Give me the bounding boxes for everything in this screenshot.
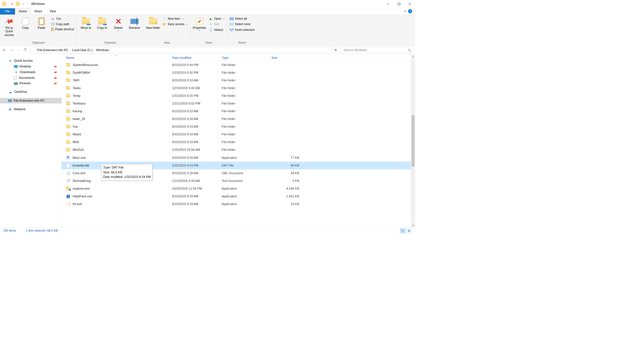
- new-folder-button[interactable]: ✶ New folder: [146, 17, 161, 30]
- tab-view[interactable]: View: [46, 8, 60, 15]
- refresh-button[interactable]: ↻: [333, 48, 339, 52]
- move-to-button[interactable]: Move to▾: [79, 17, 93, 31]
- delete-button[interactable]: ✕ Delete▾: [111, 17, 126, 31]
- pin-icon: 📌: [53, 81, 57, 85]
- copy-to-button[interactable]: Copy to▾: [95, 17, 110, 31]
- close-button[interactable]: [404, 0, 415, 8]
- recent-dropdown[interactable]: ⌄: [16, 47, 21, 53]
- properties-button[interactable]: ✔ Properties▾: [192, 17, 207, 31]
- file-row[interactable]: ?hh.exe9/15/2018 9:29 AMApplication18 KB: [62, 200, 415, 208]
- invert-icon: [230, 28, 234, 32]
- file-row[interactable]: SystemResources9/15/2018 6:44 PMFile fol…: [62, 61, 415, 69]
- scroll-up-button[interactable]: ▲: [411, 55, 415, 59]
- select-all-button[interactable]: Select all: [229, 17, 256, 21]
- file-row[interactable]: SysWOW641/23/2019 6:30 PMFile folder: [62, 69, 415, 77]
- file-row[interactable]: tracing9/15/2018 9:33 AMFile folder: [62, 107, 415, 115]
- nav-this-pc[interactable]: File-Extension.info PC: [0, 98, 61, 103]
- breadcrumb-drive[interactable]: Local Disk (C:): [71, 48, 93, 52]
- nav-documents[interactable]: Documents📌: [0, 75, 61, 81]
- file-name: Temp: [73, 94, 80, 98]
- nav-downloads[interactable]: ⬇Downloads📌: [0, 69, 61, 75]
- chevron-right-icon[interactable]: ›: [70, 49, 71, 51]
- file-size: 4,146 KB: [269, 187, 301, 190]
- file-row[interactable]: explorer.exe10/29/2018 11:59 PMApplicati…: [62, 185, 415, 192]
- file-row[interactable]: Tasks12/19/2018 3:42 AMFile folder: [62, 84, 415, 92]
- column-date[interactable]: Date modified: [170, 55, 220, 61]
- tab-home[interactable]: Home: [15, 8, 31, 15]
- breadcrumb-folder[interactable]: Windows: [95, 48, 110, 52]
- column-name[interactable]: Name▲: [62, 55, 170, 61]
- ribbon-group-organize: Move to▾ Copy to▾ ✕ Delete▾ Rename Organ…: [77, 15, 144, 46]
- file-row[interactable]: TextInput12/21/2018 6:02 PMFile folder: [62, 100, 415, 107]
- qat-customize-icon[interactable]: ▾: [21, 1, 27, 7]
- pin-to-quick-access-button[interactable]: 📌 Pin to Quick access: [2, 17, 17, 37]
- vertical-scrollbar[interactable]: ▲ ▼: [411, 55, 415, 227]
- file-type: Application: [220, 194, 269, 198]
- file-row[interactable]: WaaS9/15/2018 9:33 AMFile folder: [62, 131, 415, 139]
- file-type: File folder: [220, 71, 269, 75]
- details-view-button[interactable]: [400, 228, 405, 233]
- nav-quick-access[interactable]: ★Quick access: [0, 58, 61, 64]
- breadcrumb-root[interactable]: File-Extension.info PC: [37, 48, 69, 52]
- rename-button[interactable]: Rename: [127, 17, 142, 29]
- file-date: 9/15/2018 9:28 AM: [170, 156, 220, 160]
- column-type[interactable]: Type: [220, 55, 269, 61]
- tab-file[interactable]: File: [0, 8, 15, 15]
- file-row[interactable]: Web9/15/2018 9:33 AMFile folder: [62, 139, 415, 146]
- qat-properties-icon[interactable]: ☑: [9, 1, 15, 7]
- nav-network[interactable]: 🖧Network: [0, 107, 61, 113]
- ribbon-collapse-icon[interactable]: ᐱ: [404, 9, 406, 13]
- edit-icon: ✎: [209, 23, 213, 26]
- new-item-button[interactable]: 📄New item: [162, 17, 188, 21]
- search-input[interactable]: Search Windows 🔍: [341, 47, 413, 53]
- chevron-right-icon[interactable]: ›: [35, 49, 36, 51]
- back-button[interactable]: 🡠: [2, 47, 7, 53]
- up-button[interactable]: 🡡: [23, 47, 28, 53]
- nav-desktop[interactable]: Desktop📌: [0, 64, 61, 69]
- tab-share[interactable]: Share: [31, 8, 46, 15]
- address-dropdown[interactable]: ⌄: [328, 49, 332, 51]
- paste-button[interactable]: Paste: [34, 17, 49, 29]
- file-row[interactable]: ?HelpPane.exe9/15/2018 9:29 AMApplicatio…: [62, 192, 415, 200]
- ribbon-group-clipboard: 📌 Pin to Quick access Copy Paste ✂Cut Co…: [0, 15, 77, 46]
- nav-pictures[interactable]: Pictures📌: [0, 81, 61, 86]
- file-row[interactable]: TAPI9/15/2018 9:33 AMFile folder: [62, 77, 415, 84]
- easyaccess-icon: 📂: [163, 23, 166, 26]
- copy-button[interactable]: Copy: [18, 17, 33, 29]
- copypath-icon: [51, 23, 55, 25]
- file-row[interactable]: twain_329/15/2018 9:34 AMFile folder: [62, 115, 415, 123]
- thumbnails-view-button[interactable]: [406, 228, 412, 233]
- file-date: 9/15/2018 9:34 AM: [170, 117, 220, 121]
- history-button[interactable]: 🕑History: [208, 28, 225, 32]
- nav-onedrive[interactable]: ☁OneDrive: [0, 89, 61, 95]
- maximize-button[interactable]: [394, 0, 404, 8]
- file-date: 9/15/2018 9:29 AM: [170, 194, 220, 198]
- invert-selection-button[interactable]: Invert selection: [229, 28, 256, 32]
- file-row[interactable]: WinSxS1/25/2019 10:56 AMFile folder: [62, 146, 415, 154]
- qat-newfolder-icon[interactable]: [15, 1, 21, 7]
- scroll-down-button[interactable]: ▼: [411, 223, 415, 227]
- address-bar[interactable]: › File-Extension.info PC › Local Disk (C…: [30, 47, 340, 53]
- folder-icon: ✶: [149, 18, 157, 24]
- file-row[interactable]: Vss9/15/2018 9:33 AMFile folder: [62, 123, 415, 131]
- minimize-button[interactable]: [383, 0, 394, 8]
- chevron-right-icon[interactable]: ›: [110, 49, 111, 51]
- easy-access-button[interactable]: 📂Easy access: [162, 22, 188, 26]
- file-date: 9/15/2018 9:33 AM: [170, 125, 220, 129]
- copy-path-button[interactable]: Copy path: [51, 22, 75, 26]
- help-icon[interactable]: ?: [408, 9, 412, 13]
- scroll-thumb[interactable]: [412, 115, 415, 167]
- edit-button[interactable]: ✎Edit: [208, 22, 225, 26]
- file-date: 9/15/2018 9:33 AM: [170, 109, 220, 113]
- file-row[interactable]: bfsvc.exe9/15/2018 9:28 AMApplication77 …: [62, 154, 415, 162]
- column-size[interactable]: Size: [269, 55, 301, 61]
- file-row[interactable]: Temp1/31/2019 4:20 PMFile folder: [62, 92, 415, 100]
- chevron-right-icon[interactable]: ›: [94, 49, 95, 51]
- file-icon: [66, 163, 70, 168]
- open-icon: ▶: [209, 17, 213, 21]
- select-none-button[interactable]: Select none: [229, 22, 256, 26]
- open-button[interactable]: ▶Open: [208, 17, 225, 21]
- paste-shortcut-button[interactable]: Paste shortcut: [51, 27, 75, 31]
- cut-button[interactable]: ✂Cut: [51, 17, 75, 21]
- forward-button[interactable]: 🡢: [9, 47, 14, 53]
